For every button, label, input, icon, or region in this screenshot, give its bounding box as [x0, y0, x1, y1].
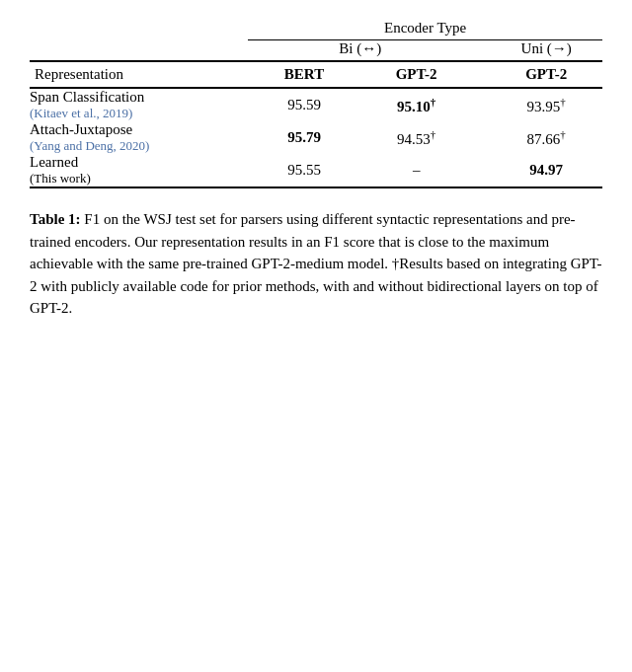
- gpt2-uni-header: GPT-2: [490, 61, 602, 88]
- gpt2bi-attach-text: 94.53: [397, 131, 431, 147]
- encoder-type-row: Encoder Type: [30, 20, 602, 40]
- gpt2bi-val-learned: –: [360, 154, 473, 187]
- spacer7: [472, 88, 490, 121]
- dagger-attach-uni: †: [560, 128, 566, 140]
- dagger-attach-bi: †: [431, 128, 436, 140]
- rep-cell-learned: Learned (This work): [30, 154, 230, 187]
- gpt2uni-attach-text: 87.66: [527, 131, 561, 147]
- rep-cite-attach: (Yang and Deng, 2020): [30, 138, 220, 154]
- table-row: Learned (This work) 95.55 – 94.97: [30, 154, 602, 187]
- gpt2uni-val-span: 93.95†: [490, 88, 602, 121]
- rep-name-attach: Attach-Juxtapose: [30, 121, 220, 138]
- gpt2bi-val-span: 95.10†: [360, 88, 473, 121]
- bert-header: BERT: [248, 61, 360, 88]
- spacer9: [472, 121, 490, 154]
- caption-text: F1 on the WSJ test set for parsers using…: [30, 211, 602, 316]
- empty-cell2: [30, 40, 230, 62]
- results-table: Encoder Type Bi (↔) Uni (→) Representati…: [30, 20, 602, 188]
- rep-name-learned: Learned: [30, 154, 220, 171]
- gpt2uni-val-attach: 87.66†: [490, 121, 602, 154]
- rep-name-span: Span Classification: [30, 89, 220, 106]
- table-row: Span Classification (Kitaev et al., 2019…: [30, 88, 602, 121]
- spacer: [230, 20, 248, 40]
- table-caption: Table 1: F1 on the WSJ test set for pars…: [30, 208, 602, 320]
- spacer2: [230, 40, 248, 62]
- gpt2bi-span-text: 95.10: [397, 99, 431, 114]
- caption-label: Table 1:: [30, 211, 81, 227]
- rep-cite-learned: (This work): [30, 171, 220, 187]
- spacer8: [230, 121, 248, 154]
- bi-label: Bi (↔): [248, 40, 472, 62]
- rep-cell-span: Span Classification (Kitaev et al., 2019…: [30, 88, 230, 121]
- rep-cite-span: (Kitaev et al., 2019): [30, 106, 220, 121]
- representation-header: Representation: [30, 61, 230, 88]
- dagger-span-bi: †: [431, 96, 436, 108]
- col-header-row: Representation BERT GPT-2 GPT-2: [30, 61, 602, 88]
- bert-val-learned: 95.55: [248, 154, 360, 187]
- spacer10: [230, 154, 248, 187]
- dagger-span-uni: †: [560, 96, 566, 108]
- bert-val-span: 95.59: [248, 88, 360, 121]
- spacer11: [472, 154, 490, 187]
- bert-val-attach: 95.79: [248, 121, 360, 154]
- spacer6: [230, 88, 248, 121]
- gpt2uni-val-learned: 94.97: [490, 154, 602, 187]
- table-row: Attach-Juxtapose (Yang and Deng, 2020) 9…: [30, 121, 602, 154]
- table-container: Encoder Type Bi (↔) Uni (→) Representati…: [30, 20, 602, 188]
- spacer3: [472, 40, 490, 62]
- rep-cell-attach: Attach-Juxtapose (Yang and Deng, 2020): [30, 121, 230, 154]
- spacer5: [472, 61, 490, 88]
- bi-uni-row: Bi (↔) Uni (→): [30, 40, 602, 62]
- empty-cell: [30, 20, 230, 40]
- gpt2-bi-header: GPT-2: [360, 61, 473, 88]
- encoder-type-label: Encoder Type: [248, 20, 602, 40]
- gpt2uni-span-text: 93.95: [527, 99, 561, 114]
- gpt2bi-val-attach: 94.53†: [360, 121, 473, 154]
- spacer4: [230, 61, 248, 88]
- uni-label: Uni (→): [490, 40, 602, 62]
